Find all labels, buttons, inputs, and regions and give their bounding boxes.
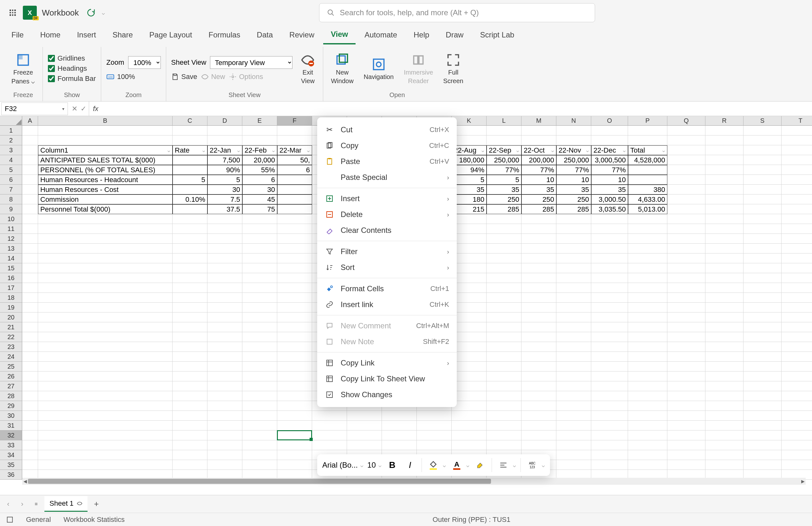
cell-L12[interactable]: [487, 234, 521, 244]
full-screen-button[interactable]: FullScreen: [440, 51, 466, 86]
filter-dropdown-icon[interactable]: ⌵: [584, 147, 590, 153]
cell-L24[interactable]: [487, 352, 521, 362]
cell-C2[interactable]: [173, 136, 207, 145]
col-header-R[interactable]: R: [706, 116, 743, 126]
cell-S20[interactable]: [743, 312, 782, 322]
cell-R13[interactable]: [706, 244, 743, 254]
cell-C1[interactable]: [173, 126, 207, 136]
row-header-6[interactable]: 6: [0, 175, 22, 185]
cell-K29[interactable]: [452, 401, 487, 411]
font-color-button[interactable]: A⌵: [449, 457, 471, 473]
sheet-nav-next[interactable]: ›: [16, 498, 28, 510]
cm-paste-special[interactable]: Paste Special›: [317, 169, 457, 185]
cell-E11[interactable]: [242, 224, 277, 234]
cell-L26[interactable]: [487, 371, 521, 381]
cell-E27[interactable]: [242, 381, 277, 391]
cell-F33[interactable]: [277, 440, 312, 450]
row-header-8[interactable]: 8: [0, 195, 22, 204]
autosave-icon[interactable]: [87, 8, 96, 17]
cell-S31[interactable]: [743, 421, 782, 430]
cell-R28[interactable]: [706, 391, 743, 401]
cell-C27[interactable]: [173, 381, 207, 391]
cell-P14[interactable]: [628, 254, 667, 263]
cell-R27[interactable]: [706, 381, 743, 391]
cell-Q11[interactable]: [667, 224, 706, 234]
filter-dropdown-icon[interactable]: ⌵: [480, 147, 485, 153]
cell-T7[interactable]: [782, 185, 812, 195]
cell-R9[interactable]: [706, 204, 743, 214]
cm-sort[interactable]: Sort›: [317, 259, 457, 275]
cell-Q27[interactable]: [667, 381, 706, 391]
formulabar-checkbox[interactable]: Formula Bar: [48, 74, 96, 83]
cell-K23[interactable]: [452, 342, 487, 352]
cell-T33[interactable]: [782, 440, 812, 450]
cell-N30[interactable]: [556, 411, 591, 421]
cm-show-changes[interactable]: Show Changes: [317, 387, 457, 402]
cell-I31[interactable]: [382, 421, 417, 430]
cell-O10[interactable]: [591, 214, 628, 224]
cell-S5[interactable]: [743, 165, 782, 175]
cell-E19[interactable]: [242, 303, 277, 312]
cell-L1[interactable]: [487, 126, 521, 136]
cell-Q3[interactable]: [667, 145, 706, 155]
cell-B12[interactable]: [38, 234, 173, 244]
cell-N27[interactable]: [556, 381, 591, 391]
cell-C9[interactable]: [173, 204, 207, 214]
cell-O8[interactable]: 3,000.50: [591, 195, 628, 204]
cell-F18[interactable]: [277, 293, 312, 303]
cell-B23[interactable]: [38, 342, 173, 352]
cell-R7[interactable]: [706, 185, 743, 195]
col-header-F[interactable]: F: [277, 116, 312, 126]
cell-T13[interactable]: [782, 244, 812, 254]
cell-L20[interactable]: [487, 312, 521, 322]
cell-S27[interactable]: [743, 381, 782, 391]
cell-D2[interactable]: [207, 136, 242, 145]
cell-N16[interactable]: [556, 273, 591, 283]
workbook-title[interactable]: Workbook: [42, 8, 79, 18]
cell-D3[interactable]: 22-Jan⌵: [207, 145, 242, 155]
fx-icon[interactable]: fx: [89, 105, 102, 113]
cell-A28[interactable]: [22, 391, 38, 401]
cell-N10[interactable]: [556, 214, 591, 224]
cell-M6[interactable]: 10: [521, 175, 556, 185]
add-sheet-button[interactable]: +: [90, 498, 103, 510]
cell-P25[interactable]: [628, 362, 667, 371]
cell-K26[interactable]: [452, 371, 487, 381]
row-header-24[interactable]: 24: [0, 352, 22, 362]
cell-O32[interactable]: [591, 430, 628, 440]
cell-O24[interactable]: [591, 352, 628, 362]
cell-M25[interactable]: [521, 362, 556, 371]
cell-R33[interactable]: [706, 440, 743, 450]
cell-M28[interactable]: [521, 391, 556, 401]
cell-E10[interactable]: [242, 214, 277, 224]
cell-L5[interactable]: 77%: [487, 165, 521, 175]
cell-D21[interactable]: [207, 322, 242, 332]
cell-L28[interactable]: [487, 391, 521, 401]
cell-C21[interactable]: [173, 322, 207, 332]
cell-E34[interactable]: [242, 450, 277, 460]
cell-K3[interactable]: 22-Aug⌵: [452, 145, 487, 155]
cell-K15[interactable]: [452, 263, 487, 273]
cell-A2[interactable]: [22, 136, 38, 145]
col-header-T[interactable]: T: [782, 116, 812, 126]
cell-F3[interactable]: 22-Mar⌵: [277, 145, 312, 155]
cell-S25[interactable]: [743, 362, 782, 371]
cell-K18[interactable]: [452, 293, 487, 303]
cell-M5[interactable]: 77%: [521, 165, 556, 175]
cell-P5[interactable]: [628, 165, 667, 175]
cell-D1[interactable]: [207, 126, 242, 136]
cell-P19[interactable]: [628, 303, 667, 312]
cell-O21[interactable]: [591, 322, 628, 332]
cell-A11[interactable]: [22, 224, 38, 234]
cell-A1[interactable]: [22, 126, 38, 136]
cell-T9[interactable]: [782, 204, 812, 214]
cell-M2[interactable]: [521, 136, 556, 145]
cell-G32[interactable]: [312, 430, 347, 440]
cell-P26[interactable]: [628, 371, 667, 381]
cell-K24[interactable]: [452, 352, 487, 362]
cm-copy-link[interactable]: Copy Link›: [317, 355, 457, 371]
cell-B10[interactable]: [38, 214, 173, 224]
cell-T22[interactable]: [782, 332, 812, 342]
cell-E22[interactable]: [242, 332, 277, 342]
col-header-E[interactable]: E: [242, 116, 277, 126]
